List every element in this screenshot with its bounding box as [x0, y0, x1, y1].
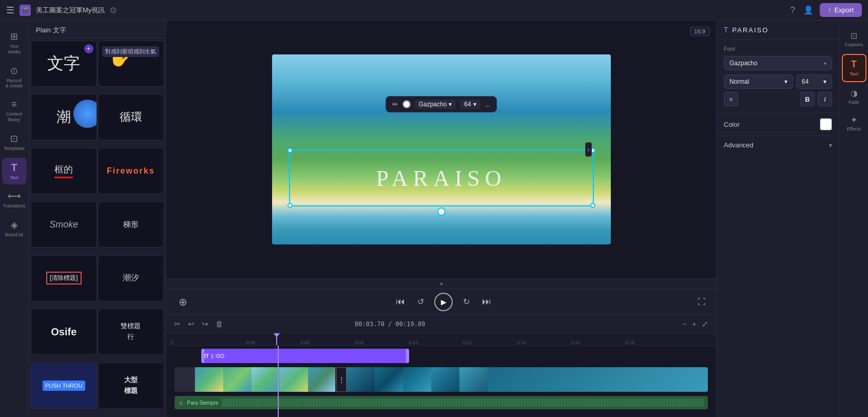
your-media-icon: ⊞ [10, 31, 18, 42]
skip-back-button[interactable]: ⏮ [394, 294, 407, 309]
rotate-handle[interactable]: ↻ [437, 207, 446, 216]
text-tile-wave[interactable]: 潮汐 [98, 255, 164, 301]
zoom-in-button[interactable]: + [690, 318, 698, 330]
rewind-button[interactable]: ↺ [415, 295, 426, 309]
text-panel: Plain 文字 文字 + ✋ 對感到厭煩感到生氣 潮 循環 [29, 21, 166, 417]
sidebar-item-record[interactable]: ⊙ Record & create [2, 61, 27, 93]
ruler-mark-4: 0:10 [409, 340, 418, 345]
help-button[interactable]: ? [788, 4, 797, 17]
font-size-select[interactable]: 64 ▾ [796, 74, 832, 89]
color-swatch[interactable] [820, 118, 832, 130]
text-tile-fireworks[interactable]: Fireworks [98, 148, 164, 194]
more-options-icon[interactable]: ... [485, 100, 491, 108]
tile-wenzi-text: 文字 [47, 52, 80, 75]
text-tile-smoke[interactable]: Smoke [31, 201, 97, 248]
resize-handle-tl[interactable] [287, 148, 293, 153]
account-button[interactable]: 👤 [801, 3, 816, 17]
collapse-right-arrow[interactable]: › [585, 142, 592, 157]
fit-button[interactable]: ⤢ [700, 318, 710, 330]
pencil-icon[interactable]: ✏ [392, 100, 398, 108]
rs-item-captions[interactable]: ⊡ Captions [842, 27, 866, 52]
sidebar-item-label-transitions: Transitions [3, 203, 26, 209]
resize-handle-br[interactable] [590, 203, 595, 208]
text-tile-osife[interactable]: Osife [31, 309, 97, 355]
text-tile-cursor[interactable]: ✋ 對感到厭煩感到生氣 [98, 41, 164, 87]
split-marker[interactable]: ⋮ [336, 367, 346, 392]
export-button[interactable]: ↑ Export [820, 3, 862, 17]
thumb-1 [195, 367, 223, 392]
sidebar-item-label-content: Content library [5, 111, 24, 123]
video-track[interactable]: ⋮ [175, 367, 708, 392]
transitions-icon: ⟷ [8, 191, 21, 202]
style-row: Normal ▾ 64 ▾ [724, 74, 832, 89]
audio-track-row: ♫ Para Siempre [175, 395, 708, 410]
rs-item-label-captions: Captions [845, 42, 863, 48]
sidebar-item-label-templates: Templates [4, 146, 25, 151]
rs-item-text[interactable]: T Text [842, 54, 866, 82]
sidebar-item-content-library[interactable]: ≡ Content library [2, 95, 27, 127]
top-bar: ☰ 🎬 美工圖案之冠軍My視訊 ⊙ ? 👤 ↑ Export [0, 0, 868, 21]
trapezoid-text: 梯形 [123, 220, 139, 230]
rs-item-effects[interactable]: ✦ Effects [842, 111, 866, 136]
sidebar-item-templates[interactable]: ⊡ Templates [2, 129, 27, 156]
align-left-button[interactable]: ≡ [724, 92, 738, 106]
text-track-handle-right[interactable] [406, 349, 409, 363]
thumb-rest [488, 367, 708, 392]
add-plus-icon[interactable]: + [84, 44, 93, 53]
font-family-select[interactable]: Gazpacho ▾ [724, 56, 832, 70]
resize-handle-bl[interactable] [287, 203, 293, 208]
rs-item-fade[interactable]: ◑ Fade [842, 84, 866, 109]
text-tile-double[interactable]: 雙標題行 [98, 309, 164, 355]
font-size-label: 64 [464, 101, 471, 108]
add-media-button[interactable]: ⊕ [177, 294, 189, 310]
zoom-out-button[interactable]: − [681, 318, 688, 330]
sidebar-item-label-record: Record & create [5, 78, 24, 89]
timeline-delete-button[interactable]: 🗑 [214, 318, 225, 330]
ruler-mark-8: 0:18 [625, 340, 634, 345]
text-tile-chao[interactable]: 潮 [31, 94, 97, 140]
sidebar-item-brand-kit[interactable]: ◈ Brand kit [2, 215, 27, 242]
templates-icon: ⊡ [10, 133, 18, 144]
italic-button[interactable]: I [818, 92, 832, 106]
text-tile-loop[interactable]: 循環 [98, 94, 164, 140]
text-tile-bracket[interactable]: [清除標題] [31, 255, 97, 301]
ruler-mark-0: 0 [170, 340, 173, 345]
text-track[interactable]: IT ‖ ISO [201, 349, 409, 363]
color-section: Color [717, 113, 839, 136]
main-area: ⊞ Your media ⊙ Record & create ≡ Content… [0, 21, 868, 417]
text-track-handle-left[interactable] [201, 349, 204, 363]
expand-timeline-row[interactable]: ▾ [166, 278, 716, 289]
ruler-mark-2: 0:06 [300, 340, 310, 345]
forward-button[interactable]: ↻ [461, 295, 472, 309]
bold-button[interactable]: B [800, 92, 815, 106]
audio-track[interactable]: ♫ Para Siempre [175, 396, 708, 409]
skip-forward-button[interactable]: ⏭ [480, 294, 493, 309]
font-size-dropdown[interactable]: 64 ▾ [460, 100, 480, 109]
font-style-value: Normal [729, 78, 749, 85]
text-tile-trapezoid[interactable]: 梯形 [98, 201, 164, 248]
text-tile-push[interactable]: PUSH THROU [31, 363, 97, 409]
advanced-section[interactable]: Advanced ▾ [717, 136, 839, 154]
center-area: 16:9 ✏ Gazpacho ▾ 64 [166, 21, 716, 417]
text-tile-large[interactable]: 大型標題 [98, 363, 164, 409]
aspect-ratio-badge[interactable]: 16:9 [690, 27, 710, 36]
text-tile-wenzi[interactable]: 文字 + [31, 41, 97, 87]
font-family-chevron: ▾ [824, 61, 826, 66]
sidebar-item-your-media[interactable]: ⊞ Your media [2, 27, 27, 59]
sidebar-item-transitions[interactable]: ⟷ Transitions [2, 186, 27, 213]
text-color-picker[interactable] [402, 100, 411, 108]
font-style-select[interactable]: Normal ▾ [724, 74, 793, 89]
thumb-10 [459, 367, 488, 392]
font-family-dropdown[interactable]: Gazpacho ▾ [415, 100, 456, 109]
text-selection-box[interactable]: ↻ PARAISO [289, 149, 594, 206]
top-bar-left: ☰ 🎬 美工圖案之冠軍My視訊 ⊙ [6, 5, 782, 16]
double-text: 雙標題行 [121, 321, 141, 343]
sidebar-item-text[interactable]: T Text [2, 158, 27, 185]
play-button[interactable]: ▶ [434, 293, 453, 311]
text-tile-kuangde[interactable]: 框的 [31, 148, 97, 194]
menu-icon[interactable]: ☰ [6, 5, 14, 16]
timeline-undo-button[interactable]: ↩ [186, 318, 196, 330]
timeline-split-button[interactable]: ✂ [172, 318, 182, 330]
fullscreen-button[interactable]: ⛶ [698, 297, 706, 307]
timeline-redo-button[interactable]: ↪ [200, 318, 210, 330]
